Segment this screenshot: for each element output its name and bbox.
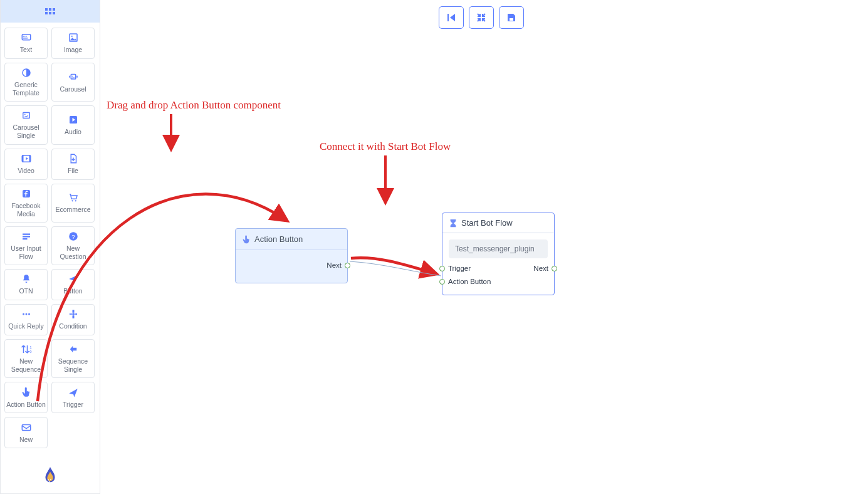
- hourglass-icon: [449, 219, 458, 228]
- palette-item-facebook-media[interactable]: Facebook Media: [4, 184, 48, 223]
- action-button-icon: [21, 387, 32, 398]
- svg-rect-21: [23, 238, 28, 239]
- sidebar-footer-logo: [1, 457, 100, 493]
- palette-item-label: Quick Reply: [8, 322, 44, 330]
- new-icon: [21, 422, 32, 433]
- svg-text:?: ?: [71, 233, 75, 240]
- palette-item-label: Carousel: [60, 85, 86, 93]
- sidebar-header[interactable]: [1, 0, 100, 23]
- quick-reply-icon: [21, 308, 32, 320]
- component-sidebar: TextImageGeneric TemplateCarouselCarouse…: [0, 0, 100, 494]
- svg-rect-0: [22, 34, 31, 40]
- palette-item-otn[interactable]: OTN: [4, 269, 48, 300]
- palette-item-new[interactable]: New: [4, 417, 48, 448]
- svg-rect-3: [26, 36, 27, 37]
- palette-item-video[interactable]: Video: [4, 149, 48, 180]
- grid-icon: [45, 8, 55, 14]
- ecommerce-icon: [68, 192, 79, 203]
- video-icon: [21, 153, 32, 164]
- port-in-trigger[interactable]: [439, 266, 445, 271]
- svg-rect-15: [29, 155, 30, 162]
- palette-item-label: Video: [18, 167, 34, 175]
- palette-item-button[interactable]: Button: [51, 269, 95, 300]
- sequence-single-icon: [68, 344, 79, 355]
- palette-item-user-input-flow[interactable]: User Input Flow: [4, 226, 48, 265]
- annotation-connect: Connect it with Start Bot Flow: [320, 140, 451, 153]
- svg-point-24: [23, 313, 24, 315]
- port-label-action-button: Action Button: [448, 278, 491, 285]
- svg-point-33: [50, 479, 51, 480]
- svg-rect-27: [72, 310, 74, 313]
- palette-item-label: Image: [64, 46, 82, 54]
- port-out-next[interactable]: [345, 263, 350, 268]
- svg-rect-28: [72, 316, 74, 319]
- svg-point-9: [71, 75, 73, 76]
- svg-text:1: 1: [29, 345, 32, 349]
- svg-point-26: [28, 313, 30, 315]
- svg-rect-19: [23, 233, 30, 234]
- flow-canvas[interactable]: Drag and drop Action Button component Co…: [100, 0, 868, 494]
- palette-item-label: OTN: [19, 287, 33, 295]
- port-label-trigger: Trigger: [448, 265, 471, 272]
- svg-rect-14: [22, 155, 23, 162]
- port-label-next: Next: [327, 261, 342, 269]
- palette-item-condition[interactable]: Condition: [51, 304, 95, 335]
- node-header[interactable]: Start Bot Flow: [442, 213, 554, 233]
- palette-item-label: New Sequence: [6, 357, 46, 374]
- node-action-button[interactable]: Action Button Next: [235, 228, 348, 283]
- palette-item-label: Audio: [65, 128, 81, 136]
- palette-item-label: User Input Flow: [6, 244, 46, 261]
- svg-point-17: [71, 200, 73, 201]
- svg-point-11: [24, 114, 25, 115]
- condition-icon: [68, 308, 79, 320]
- palette-item-label: Condition: [59, 322, 86, 330]
- palette-item-carousel-single[interactable]: Carousel Single: [4, 105, 48, 144]
- palette-item-file[interactable]: File: [51, 149, 95, 180]
- palette-item-label: New: [19, 436, 33, 444]
- file-icon: [68, 153, 79, 164]
- palette-item-label: Ecommerce: [55, 206, 90, 214]
- port-in-action-button[interactable]: [439, 279, 445, 285]
- svg-rect-1: [23, 36, 24, 37]
- annotation-drag: Drag and drop Action Button component: [107, 99, 281, 112]
- component-palette: TextImageGeneric TemplateCarouselCarouse…: [4, 28, 96, 455]
- svg-text:9: 9: [29, 350, 32, 354]
- palette-item-new-sequence[interactable]: 19New Sequence: [4, 339, 48, 378]
- port-out-next[interactable]: [552, 266, 557, 271]
- palette-item-label: Carousel Single: [6, 124, 46, 140]
- node-title: Start Bot Flow: [461, 218, 513, 228]
- palette-item-ecommerce[interactable]: Ecommerce: [51, 184, 95, 223]
- text-icon: [21, 32, 32, 43]
- palette-item-sequence-single[interactable]: Sequence Single: [51, 339, 95, 378]
- node-title: Action Button: [254, 234, 303, 244]
- palette-item-carousel[interactable]: Carousel: [51, 63, 95, 102]
- svg-point-6: [71, 36, 72, 37]
- palette-item-label: Generic Template: [6, 81, 46, 97]
- palette-item-new-question[interactable]: ?New Question: [51, 226, 95, 265]
- svg-point-32: [48, 480, 49, 481]
- new-sequence-icon: 19: [21, 344, 32, 355]
- palette-item-action-button[interactable]: Action Button: [4, 382, 48, 413]
- svg-rect-20: [23, 236, 30, 237]
- svg-point-18: [75, 200, 76, 201]
- palette-item-label: Button: [63, 287, 82, 295]
- palette-item-label: Facebook Media: [6, 202, 46, 218]
- new-question-icon: ?: [68, 231, 79, 242]
- button-icon: [68, 273, 79, 285]
- carousel-icon: [68, 71, 79, 83]
- palette-item-text[interactable]: Text: [4, 28, 48, 59]
- node-start-bot-flow[interactable]: Start Bot Flow Test_messenger_plugin Tri…: [442, 213, 555, 295]
- palette-item-label: File: [68, 167, 78, 175]
- node-header[interactable]: Action Button: [236, 229, 347, 250]
- palette-item-generic-template[interactable]: Generic Template: [4, 63, 48, 102]
- generic-template-icon: [21, 67, 32, 78]
- facebook-media-icon: [21, 188, 32, 199]
- otn-icon: [21, 273, 32, 285]
- carousel-single-icon: [21, 110, 32, 121]
- palette-item-audio[interactable]: Audio: [51, 105, 95, 144]
- palette-item-quick-reply[interactable]: Quick Reply: [4, 304, 48, 335]
- palette-item-trigger[interactable]: Trigger: [51, 382, 95, 413]
- palette-item-label: Sequence Single: [53, 357, 93, 374]
- node-reference: Test_messenger_plugin: [449, 239, 548, 258]
- palette-item-image[interactable]: Image: [51, 28, 95, 59]
